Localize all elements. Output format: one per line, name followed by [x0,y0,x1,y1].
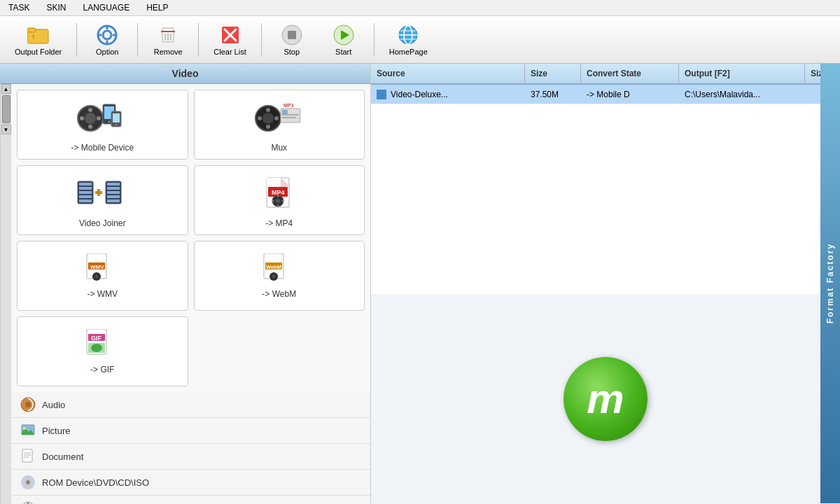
svg-point-4 [103,31,111,39]
option-button[interactable]: Option [83,20,132,59]
svg-point-72 [277,195,279,197]
picture-label: Picture [42,426,70,436]
row-checkbox[interactable] [377,90,386,99]
svg-rect-60 [107,191,120,194]
toolbar-sep-4 [261,23,262,57]
homepage-icon [397,24,419,46]
toolbar-sep-2 [137,23,138,57]
video-joiner-icon [74,172,130,214]
gif-label: -> GIF [90,365,114,374]
svg-text:MP4: MP4 [272,189,285,196]
svg-point-29 [88,125,92,129]
audio-category[interactable]: Audio [11,392,370,418]
start-icon [332,24,355,46]
stop-button[interactable]: Stop [267,20,316,59]
mux-label: Mux [271,143,287,153]
video-joiner-option[interactable]: Video Joiner [17,165,188,235]
svg-point-92 [25,402,31,407]
webm-option[interactable]: WebM -> WebM [194,241,365,311]
document-icon [20,448,36,465]
homepage-label: HomePage [389,48,428,56]
rom-category[interactable]: ROM Device\DVD\CD\ISO [11,470,370,496]
svg-point-28 [88,108,92,112]
mux-icon: MP3 [251,97,307,139]
document-category[interactable]: Document [11,444,370,470]
scroll-up-arrow[interactable]: ▲ [1,84,11,94]
svg-rect-53 [79,195,92,198]
svg-point-73 [277,204,279,206]
menu-skin[interactable]: SKIN [43,1,69,14]
svg-point-43 [274,116,279,120]
svg-rect-56 [97,189,100,196]
col-header-size: Size [525,64,581,83]
scroll-down-arrow[interactable]: ▼ [1,125,11,134]
clear-list-label: Clear List [214,48,246,56]
svg-rect-62 [107,200,120,202]
output-folder-button[interactable]: ↑ Output Folder [6,20,71,59]
svg-point-75 [282,200,284,202]
output-folder-icon: ↑ [27,24,50,46]
main-area: Video ▲ ▼ [0,64,840,503]
svg-point-80 [95,275,98,278]
rom-label: ROM Device\DVD\CD\ISO [42,477,149,488]
wmv-option[interactable]: WMV -> WMV [17,241,188,311]
homepage-button[interactable]: HomePage [380,20,437,59]
svg-rect-54 [79,200,92,202]
svg-point-34 [108,120,110,122]
svg-rect-1 [27,28,36,32]
menu-task[interactable]: TASK [6,1,32,14]
svg-point-85 [272,275,275,278]
left-panel-header: Video [0,64,370,84]
svg-rect-52 [79,191,92,194]
mobile-device-label: -> Mobile Device [71,143,134,153]
stop-icon [281,24,303,46]
svg-rect-96 [22,449,32,462]
svg-rect-59 [107,187,120,190]
picture-category[interactable]: Picture [11,418,370,444]
audio-label: Audio [42,400,65,410]
left-scrollbar[interactable]: ▲ ▼ [0,84,11,504]
remove-icon [157,24,179,46]
mp4-option[interactable]: MP4 -> MP4 [194,165,365,235]
start-button[interactable]: Start [319,20,368,59]
utilities-category[interactable]: Utilities [11,496,370,504]
svg-rect-10 [161,31,175,32]
gif-option[interactable]: GIF -> GIF [17,316,188,386]
video-grid: -> Mobile Device [11,84,370,392]
webm-icon: WebM [251,253,307,285]
rom-icon [20,474,36,491]
svg-text:WMV: WMV [90,264,104,270]
table-body: Video-Deluxe... 37.50M -> Mobile D C:\Us… [371,85,840,294]
svg-rect-46 [282,114,299,115]
svg-text:MP3: MP3 [284,103,294,108]
left-panel: Video ▲ ▼ [0,64,371,503]
gif-icon: GIF [74,329,130,360]
clear-list-button[interactable]: Clear List [204,20,255,59]
svg-rect-58 [107,183,120,186]
format-factory-banner[interactable]: Format Factory [820,64,840,503]
scroll-thumb[interactable] [2,95,10,123]
svg-rect-61 [107,195,120,198]
mobile-device-option[interactable]: -> Mobile Device [17,90,188,160]
logo-area: m [371,294,840,503]
mux-option[interactable]: MP3 Mux [194,90,365,160]
svg-point-40 [266,108,270,112]
right-panel: Source Size Convert State Output [F2] Si… [371,64,840,503]
col-header-source: Source [371,64,525,83]
utilities-icon [20,500,36,504]
cell-source: Video-Deluxe... [371,90,525,99]
malavida-logo: m [564,357,648,441]
svg-point-31 [97,116,101,120]
webm-label: -> WebM [262,289,296,299]
svg-rect-51 [79,187,92,190]
wmv-icon: WMV [74,253,130,285]
svg-point-41 [266,125,270,129]
cell-convert: -> Mobile D [581,90,679,99]
menu-language[interactable]: LANGUAGE [80,1,132,14]
clear-list-icon [219,24,241,46]
table-row[interactable]: Video-Deluxe... 37.50M -> Mobile D C:\Us… [371,85,840,104]
menu-help[interactable]: HELP [144,1,171,14]
remove-button[interactable]: Remove [144,20,192,59]
toolbar-sep-5 [374,23,374,57]
output-folder-label: Output Folder [15,48,62,56]
